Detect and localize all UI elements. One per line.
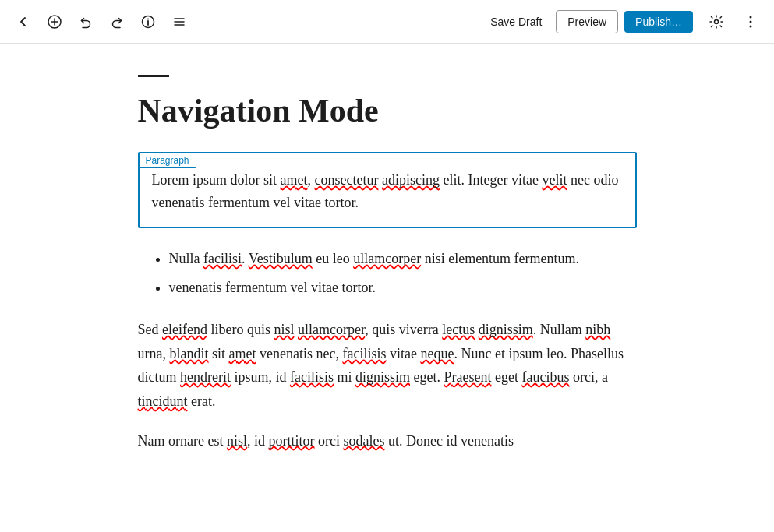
misspell-nisl: nisl: [274, 322, 294, 337]
info-button[interactable]: [134, 8, 162, 36]
svg-point-10: [750, 16, 752, 18]
misspell-consectetur: consectetur: [314, 172, 378, 188]
body-paragraph-1: Sed eleifend libero quis nisl ullamcorpe…: [138, 318, 637, 413]
settings-button[interactable]: [702, 8, 730, 36]
paragraph-block-content[interactable]: Lorem ipsum dolor sit amet, consectetur …: [140, 153, 635, 227]
save-draft-button[interactable]: Save Draft: [482, 11, 550, 33]
misspell-porttitor: porttitor: [268, 433, 314, 449]
misspell-neque: neque: [420, 346, 454, 361]
svg-point-9: [715, 19, 719, 23]
misspell-ullamcorper2: ullamcorper: [298, 322, 365, 337]
toolbar-right: Save Draft Preview Publish…: [482, 8, 765, 36]
editor-content: Navigation Mode Paragraph Lorem ipsum do…: [115, 44, 660, 532]
misspell-dignissim: dignissim: [479, 322, 533, 337]
preview-button[interactable]: Preview: [556, 10, 618, 33]
block-label: Paragraph: [139, 153, 196, 168]
list-view-button[interactable]: [165, 8, 193, 36]
misspell-ullamcorper: ullamcorper: [353, 251, 421, 266]
misspell-blandit: blandit: [169, 346, 208, 361]
back-button[interactable]: [9, 8, 37, 36]
misspell-eleifend: eleifend: [162, 322, 207, 337]
misspell-lectus: lectus: [442, 322, 475, 337]
misspell-facilisis: facilisis: [342, 346, 386, 361]
misspell-nisl2: nisl: [227, 433, 247, 449]
toolbar-left: [9, 8, 482, 36]
more-options-button[interactable]: [737, 8, 765, 36]
misspell-facilisi: facilisi: [203, 251, 242, 266]
post-divider: [138, 75, 169, 77]
misspell-adipiscing: adipiscing: [382, 172, 440, 188]
paragraph-block[interactable]: Paragraph Lorem ipsum dolor sit amet, co…: [138, 152, 637, 228]
publish-button[interactable]: Publish…: [624, 11, 693, 33]
misspell-vestibulum: Vestibulum: [249, 251, 313, 266]
list-item: venenatis fermentum vel vitae tortor.: [169, 276, 637, 300]
misspell-hendrerit: hendrerit: [180, 369, 231, 385]
misspell-praesent: Praesent: [444, 369, 492, 385]
body-paragraph-2: Nam ornare est nisl, id porttitor orci s…: [138, 429, 637, 453]
post-title[interactable]: Navigation Mode: [138, 91, 637, 130]
misspell-dignissim2: dignissim: [355, 369, 410, 385]
misspell-nibh: nibh: [585, 322, 610, 337]
misspell-sodales: sodales: [343, 433, 384, 449]
misspell-amet2: amet: [229, 346, 256, 361]
list-item: Nulla facilisi. Vestibulum eu leo ullamc…: [169, 247, 637, 271]
misspell-tincidunt: tincidunt: [138, 393, 188, 409]
misspell-facilisis2: facilisis: [290, 369, 334, 385]
svg-point-11: [750, 20, 752, 23]
misspell-amet: amet: [281, 172, 308, 188]
content-list: Nulla facilisi. Vestibulum eu leo ullamc…: [169, 247, 637, 299]
svg-point-5: [147, 18, 149, 19]
toolbar: Save Draft Preview Publish…: [0, 0, 774, 44]
misspell-velit: velit: [542, 172, 567, 188]
redo-button[interactable]: [103, 8, 131, 36]
undo-button[interactable]: [72, 8, 100, 36]
add-block-button[interactable]: [41, 8, 69, 36]
misspell-faucibus: faucibus: [521, 369, 569, 385]
svg-point-12: [750, 25, 752, 27]
editor-area: Navigation Mode Paragraph Lorem ipsum do…: [0, 44, 774, 532]
